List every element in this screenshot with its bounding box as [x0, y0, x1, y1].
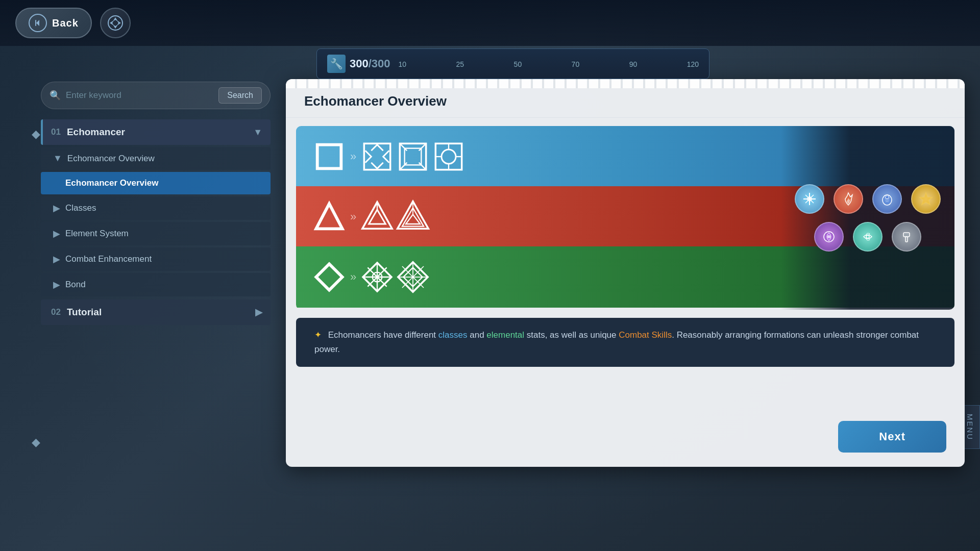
red-arrow: »: [350, 210, 356, 223]
blue-arrow: »: [350, 150, 356, 163]
class-icon-wind: [853, 222, 883, 252]
star-icon: ✦: [314, 330, 322, 340]
blue-sym-2: [359, 139, 395, 174]
content-panel: Echomancer Overview »: [286, 79, 965, 467]
chevron-right-icon: ▶: [53, 203, 60, 214]
panel-title: Echomancer Overview: [304, 93, 946, 109]
back-button[interactable]: Back: [15, 8, 92, 38]
chevron-right-icon-2: ▶: [53, 228, 60, 239]
back-icon: [29, 14, 47, 32]
chevron-right-icon-tutorial: ▶: [255, 307, 262, 318]
svg-rect-1: [35, 20, 36, 26]
svg-marker-47: [920, 193, 932, 205]
red-sym-3: [395, 199, 431, 235]
svg-rect-52: [905, 237, 908, 242]
svg-rect-4: [364, 143, 390, 169]
class-icon-hammer: [892, 222, 921, 252]
sidebar: 🔍 Search 01 Echomancer ▼ ▼ Echomancer Ov…: [41, 82, 271, 469]
progress-wrapper: 10 25 50 70 90 120: [399, 59, 699, 68]
sidebar-sub-header-combat[interactable]: ▶ Combat Enhancement: [41, 247, 271, 271]
search-bar: 🔍 Search: [41, 82, 271, 109]
diamond-marker-bottom: ◆: [32, 436, 40, 449]
section-num-02: 02: [51, 307, 61, 317]
search-icon: 🔍: [50, 90, 61, 101]
class-icon-purple: [814, 222, 844, 252]
sidebar-sub-header-overview[interactable]: ▼ Echomancer Overview: [41, 147, 271, 170]
top-bar: Back: [0, 0, 980, 46]
main-content: Echomancer Overview »: [286, 79, 965, 525]
class-icons-row-2: [814, 222, 921, 252]
green-sym-3: [395, 259, 431, 295]
red-sym-2: [359, 199, 395, 235]
back-label: Back: [52, 17, 79, 29]
svg-line-10: [419, 163, 426, 170]
combat-skills-link[interactable]: Combat Skills: [619, 330, 672, 340]
desc-text-2: and: [468, 330, 487, 340]
sidebar-section-tutorial: 02 Tutorial ▶: [41, 299, 271, 325]
sidebar-section-header-tutorial[interactable]: 02 Tutorial ▶: [41, 299, 271, 325]
desc-text-3: stats, as well as unique: [524, 330, 619, 340]
sidebar-sub-header-element[interactable]: ▶ Element System: [41, 222, 271, 245]
section-title-echomancer: Echomancer: [67, 127, 253, 138]
sidebar-section-echomancer: 01 Echomancer ▼ ▼ Echomancer Overview Ec…: [41, 119, 271, 296]
blue-sym-4: [431, 139, 467, 174]
progress-icon: 🔧: [327, 55, 346, 73]
next-button[interactable]: Next: [838, 421, 946, 453]
sidebar-section-header-echomancer[interactable]: 01 Echomancer ▼: [41, 119, 271, 145]
sidebar-sub-header-bond[interactable]: ▶ Bond: [41, 273, 271, 296]
section-num-01: 01: [51, 127, 61, 137]
desc-text-1: Echomancers have different: [328, 330, 438, 340]
class-icon-fire: [834, 184, 863, 214]
green-arrow: »: [350, 270, 356, 284]
svg-point-12: [442, 149, 456, 164]
description-text: ✦ Echomancers have different classes and…: [314, 328, 936, 357]
blue-sym-3: [395, 139, 431, 174]
chevron-icon: ▼: [53, 153, 62, 164]
sub-header-label-combat: Combat Enhancement: [65, 254, 152, 264]
green-sym-1: [311, 259, 347, 295]
blue-sym-1: [311, 139, 347, 174]
sub-header-label-element: Element System: [65, 229, 129, 239]
chevron-right-icon-4: ▶: [53, 279, 60, 290]
class-icons-overlay: [781, 126, 954, 310]
sidebar-sub-items-echomancer: ▼ Echomancer Overview Echomancer Overvie…: [41, 147, 271, 296]
illustration-area: »: [296, 126, 954, 310]
class-icons-row-1: [795, 184, 941, 214]
svg-point-49: [827, 235, 830, 238]
progress-bar-container: 🔧 300/300 10 25 50 70 90 120: [316, 48, 709, 79]
description-area: ✦ Echomancers have different classes and…: [296, 318, 954, 367]
sidebar-item-echomancer-overview[interactable]: Echomancer Overview: [41, 172, 271, 194]
sub-header-label-overview: Echomancer Overview: [67, 154, 155, 164]
svg-rect-6: [405, 148, 422, 165]
panel-header: Echomancer Overview: [286, 79, 965, 118]
class-icon-ice: [795, 184, 824, 214]
svg-marker-25: [316, 264, 342, 290]
diamond-marker-top: ◆: [32, 128, 40, 141]
red-sym-1: [311, 199, 347, 235]
class-icon-water: [872, 184, 902, 214]
svg-line-7: [400, 143, 407, 151]
svg-rect-3: [317, 145, 341, 169]
section-title-tutorial: Tutorial: [67, 307, 255, 318]
svg-rect-51: [903, 233, 910, 237]
classes-link[interactable]: classes: [438, 330, 468, 340]
svg-marker-0: [36, 20, 39, 26]
elemental-link[interactable]: elemental: [486, 330, 524, 340]
progress-count: 300/300: [350, 57, 390, 70]
sidebar-sub-header-classes[interactable]: ▶ Classes: [41, 196, 271, 220]
sub-header-label-classes: Classes: [65, 203, 96, 213]
green-sym-2: [359, 259, 395, 295]
chevron-right-icon-3: ▶: [53, 254, 60, 265]
svg-line-9: [400, 163, 407, 170]
mode-button[interactable]: [100, 8, 131, 38]
sub-header-label-bond: Bond: [65, 280, 86, 290]
svg-marker-17: [316, 204, 342, 229]
sidebar-item-label: Echomancer Overview: [65, 178, 158, 188]
progress-markers: 10 25 50 70 90 120: [399, 60, 699, 68]
search-input[interactable]: [66, 90, 213, 101]
chevron-down-icon: ▼: [253, 127, 262, 138]
svg-line-8: [419, 143, 426, 151]
search-button[interactable]: Search: [218, 87, 262, 104]
class-icon-gold: [911, 184, 941, 214]
